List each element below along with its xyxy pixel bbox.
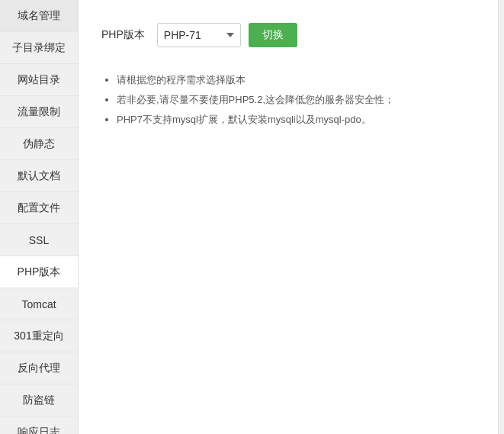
sidebar-item-traffic-limit[interactable]: 流量限制: [0, 96, 78, 128]
sidebar-item-hotlink[interactable]: 防盗链: [0, 384, 78, 416]
info-list: 请根据您的程序需求选择版本若非必要,请尽量不要使用PHP5.2,这会降低您的服务…: [101, 70, 475, 130]
sidebar-item-site-dir[interactable]: 网站目录: [0, 64, 78, 96]
php-version-select[interactable]: PHP-71PHP-70PHP-56PHP-54PHP-53: [157, 23, 241, 47]
sidebar-item-response-log[interactable]: 响应日志: [0, 416, 78, 434]
info-list-item: 请根据您的程序需求选择版本: [117, 70, 475, 90]
sidebar-item-reverse-proxy[interactable]: 反向代理: [0, 352, 78, 384]
php-version-label: PHP版本: [101, 28, 145, 42]
sidebar-item-ssl[interactable]: SSL: [0, 224, 78, 256]
sidebar-item-php-version[interactable]: PHP版本: [0, 256, 78, 288]
sidebar-item-tomcat[interactable]: Tomcat: [0, 288, 78, 320]
sidebar-item-domain-manage[interactable]: 域名管理: [0, 0, 78, 32]
sidebar-item-config-file[interactable]: 配置文件: [0, 192, 78, 224]
sidebar-item-redirect-301[interactable]: 301重定向: [0, 320, 78, 352]
sidebar-item-subdir-bind[interactable]: 子目录绑定: [0, 32, 78, 64]
php-version-row: PHP版本 PHP-71PHP-70PHP-56PHP-54PHP-53 切换: [101, 23, 475, 47]
switch-button[interactable]: 切换: [249, 23, 297, 47]
sidebar: 域名管理子目录绑定网站目录流量限制伪静态默认文档配置文件SSLPHP版本Tomc…: [0, 0, 79, 434]
sidebar-item-default-doc[interactable]: 默认文档: [0, 160, 78, 192]
info-list-item: PHP7不支持mysql扩展，默认安装mysqli以及mysql-pdo。: [117, 110, 475, 130]
right-scrollbar[interactable]: [498, 0, 504, 434]
main-content: PHP版本 PHP-71PHP-70PHP-56PHP-54PHP-53 切换 …: [79, 0, 498, 434]
info-list-item: 若非必要,请尽量不要使用PHP5.2,这会降低您的服务器安全性；: [117, 90, 475, 110]
sidebar-item-pseudo-static[interactable]: 伪静态: [0, 128, 78, 160]
